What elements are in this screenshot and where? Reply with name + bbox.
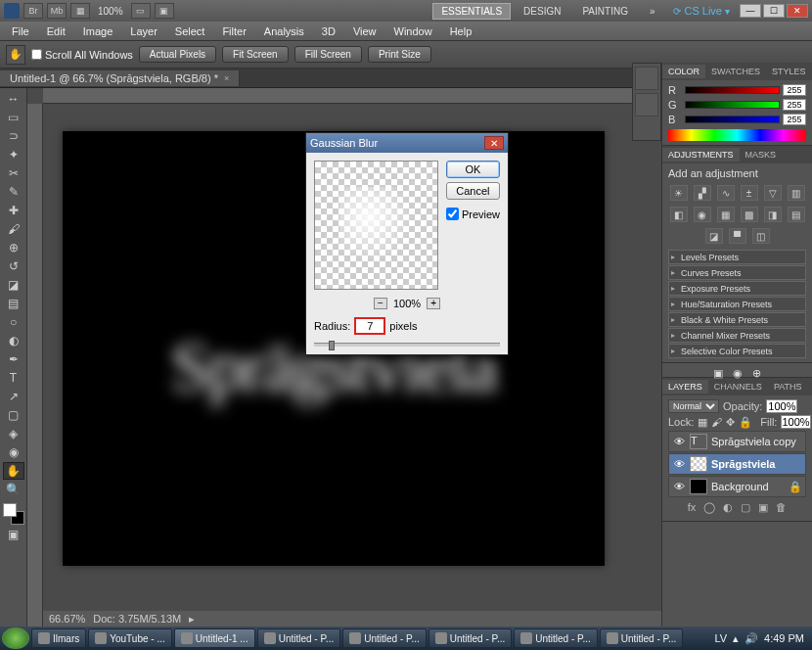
shape-tool[interactable]: ▢ [3, 406, 24, 424]
dialog-titlebar[interactable]: Gaussian Blur ✕ [306, 133, 508, 153]
adj-exposure-icon[interactable]: ± [741, 185, 758, 201]
adj-brightness-icon[interactable]: ☀ [670, 185, 688, 201]
zoom-out-button[interactable]: − [374, 298, 387, 309]
mini-bridge-icon[interactable]: Mb [47, 3, 67, 19]
menu-help[interactable]: Help [442, 23, 480, 39]
status-arrow-icon[interactable]: ▸ [189, 613, 195, 626]
trash-icon[interactable]: 🗑 [776, 501, 787, 513]
gradient-tool[interactable]: ▤ [3, 295, 24, 312]
menu-file[interactable]: File [4, 23, 37, 39]
blur-tool[interactable]: ○ [3, 313, 24, 331]
fit-screen-button[interactable]: Fit Screen [222, 46, 289, 63]
menu-filter[interactable]: Filter [214, 23, 253, 39]
dock-icon-1[interactable] [635, 67, 658, 90]
fill-adj-icon[interactable]: ◐ [723, 501, 733, 514]
preview-checkbox[interactable]: Preview [446, 208, 500, 220]
b-slider[interactable] [685, 116, 780, 123]
type-tool[interactable]: T [3, 369, 24, 387]
adj-bw-icon[interactable]: ◧ [670, 207, 688, 222]
adj-mixer-icon[interactable]: ▦ [717, 207, 735, 222]
move-tool[interactable]: ↔ [3, 90, 24, 108]
nav-icon-1[interactable]: ▣ [713, 367, 723, 373]
menu-image[interactable]: Image [75, 23, 121, 39]
r-value[interactable]: 255 [783, 84, 806, 96]
tray-time[interactable]: 4:49 PM [764, 632, 804, 644]
zoom-in-button[interactable]: + [427, 298, 440, 309]
lasso-tool[interactable]: ⊃ [3, 127, 24, 145]
layer-row-2[interactable]: 👁Background🔒 [668, 476, 806, 497]
b-value[interactable]: 255 [783, 114, 806, 125]
maximize-button[interactable]: ☐ [763, 4, 785, 18]
3d-tool[interactable]: ◈ [3, 425, 24, 442]
tab-layers[interactable]: LAYERS [662, 380, 708, 394]
lock-pixels-icon[interactable]: 🖌 [711, 416, 722, 428]
tab-styles[interactable]: STYLES [766, 65, 812, 78]
3d-camera-tool[interactable]: ◉ [3, 443, 24, 461]
wand-tool[interactable]: ✦ [3, 146, 24, 163]
preset-2[interactable]: Exposure Presets [668, 281, 806, 296]
menu-view[interactable]: View [345, 23, 384, 39]
tray-vol-icon[interactable]: 🔊 [744, 632, 758, 645]
nav-icon-3[interactable]: ⊕ [752, 367, 761, 373]
screen-mode-icon[interactable]: ▣ [155, 3, 174, 19]
menu-select[interactable]: Select [167, 23, 213, 39]
workspace-design[interactable]: DESIGN [515, 3, 569, 20]
fill-value[interactable]: 100% [781, 415, 810, 429]
group-icon[interactable]: ▢ [741, 501, 750, 514]
lock-trans-icon[interactable]: ▦ [698, 416, 707, 429]
taskbar-item-5[interactable]: Untitled - P... [429, 628, 513, 648]
lock-all-icon[interactable]: 🔒 [739, 416, 752, 429]
cs-live[interactable]: ⟳ CS Live ▾ [673, 5, 730, 17]
dodge-tool[interactable]: ◐ [3, 332, 24, 349]
close-tab-icon[interactable]: × [224, 73, 229, 83]
arrange-docs-icon[interactable]: ▭ [131, 3, 151, 19]
taskbar-item-2[interactable]: Untitled-1 ... [174, 628, 255, 648]
dialog-preview[interactable] [314, 161, 438, 290]
layer-row-1[interactable]: 👁Sprāgstviela [668, 453, 806, 475]
tab-adjustments[interactable]: ADJUSTMENTS [662, 148, 740, 162]
start-button[interactable] [2, 627, 29, 649]
actual-pixels-button[interactable]: Actual Pixels [139, 46, 216, 63]
document-tab[interactable]: Untitled-1 @ 66.7% (Sprāgstviela, RGB/8)… [0, 70, 240, 86]
g-value[interactable]: 255 [783, 99, 806, 111]
opacity-value[interactable]: 100% [766, 399, 797, 413]
mask-icon[interactable]: ◯ [703, 501, 715, 514]
adj-vibrance-icon[interactable]: ▽ [764, 185, 782, 201]
fill-screen-button[interactable]: Fill Screen [294, 46, 362, 63]
zoom-tool[interactable]: 🔍 [3, 481, 24, 498]
healing-tool[interactable]: ✚ [3, 202, 24, 219]
color-swatch[interactable] [3, 503, 24, 525]
path-tool[interactable]: ↗ [3, 388, 24, 405]
taskbar-item-0[interactable]: Ilmars [31, 628, 86, 648]
view-extras-icon[interactable]: ▦ [70, 3, 90, 19]
preset-5[interactable]: Channel Mixer Presets [668, 328, 806, 343]
workspace-painting[interactable]: PAINTING [573, 3, 636, 20]
eye-icon[interactable]: 👁 [672, 436, 686, 447]
preset-6[interactable]: Selective Color Presets [668, 344, 806, 358]
system-tray[interactable]: LV ▴ 🔊 4:49 PM [708, 632, 810, 645]
marquee-tool[interactable]: ▭ [3, 109, 24, 126]
nav-icon-2[interactable]: ◉ [733, 367, 743, 373]
taskbar-item-3[interactable]: Untitled - P... [257, 628, 341, 648]
r-slider[interactable] [685, 86, 780, 94]
history-brush-tool[interactable]: ↺ [3, 257, 24, 275]
tab-channels[interactable]: CHANNELS [708, 380, 768, 394]
dock-icon-2[interactable] [635, 93, 658, 116]
pen-tool[interactable]: ✒ [3, 350, 24, 368]
lock-pos-icon[interactable]: ✥ [726, 416, 735, 429]
workspace-essentials[interactable]: ESSENTIALS [432, 3, 511, 20]
minimize-button[interactable]: — [740, 4, 761, 18]
adj-invert-icon[interactable]: ◨ [764, 207, 782, 222]
taskbar-item-7[interactable]: Untitled - P... [600, 628, 684, 648]
menu-window[interactable]: Window [386, 23, 440, 39]
tab-color[interactable]: COLOR [662, 65, 705, 78]
tray-arrow-icon[interactable]: ▴ [733, 632, 739, 645]
adj-hue-icon[interactable]: ▥ [788, 185, 805, 201]
new-layer-icon[interactable]: ▣ [758, 501, 768, 514]
adj-levels-icon[interactable]: ▞ [694, 185, 711, 201]
eyedropper-tool[interactable]: ✎ [3, 183, 24, 201]
layer-row-0[interactable]: 👁TSprāgstviela copy [668, 431, 806, 452]
taskbar-item-4[interactable]: Untitled - P... [342, 628, 427, 648]
adj-curves-icon[interactable]: ∿ [717, 185, 735, 201]
menu-edit[interactable]: Edit [39, 23, 73, 39]
